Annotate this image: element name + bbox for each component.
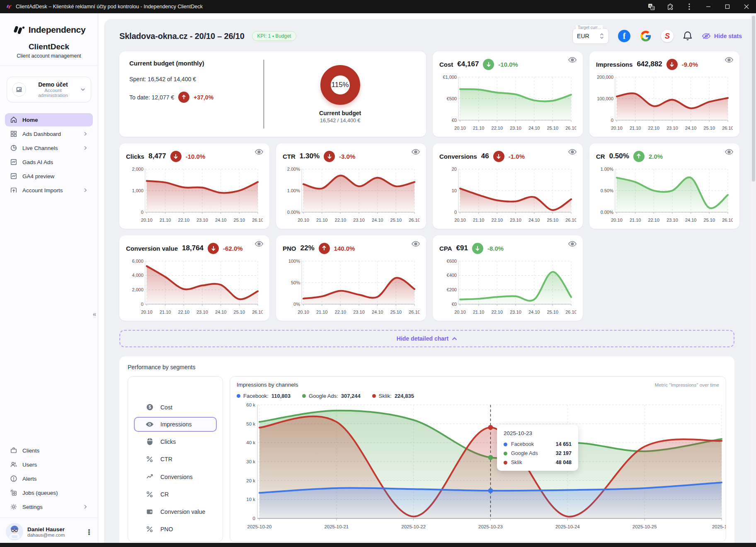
stat-visibility-toggle-icon[interactable] <box>411 148 420 155</box>
stat-visibility-toggle-icon[interactable] <box>568 56 577 63</box>
stat-visibility-toggle-icon[interactable] <box>254 148 264 155</box>
window-title: ClientAdDesk – Klientské reklamní účty p… <box>16 4 203 10</box>
sidebar-item-clients[interactable]: Clients <box>5 444 93 457</box>
close-button[interactable] <box>737 0 756 13</box>
legend-item-sklik[interactable]: Sklik:224,835 <box>372 393 414 399</box>
svg-text:22.10: 22.10 <box>648 126 660 131</box>
sidebar-item-ga4-preview[interactable]: GA4 preview <box>5 169 93 183</box>
percent-icon <box>145 525 154 533</box>
metric-label: Clicks <box>160 438 176 445</box>
arrow-down-badge-icon <box>666 59 678 70</box>
stat-visibility-toggle-icon[interactable] <box>568 240 577 247</box>
svg-text:20.10: 20.10 <box>298 310 309 315</box>
svg-text:€0: €0 <box>452 118 457 123</box>
metric-item-cost[interactable]: $Cost <box>134 399 217 415</box>
account-selector[interactable]: Demo účet Account administration <box>7 77 91 102</box>
svg-text:25.10: 25.10 <box>234 218 245 223</box>
chart-legend: Facebook:110,803Google Ads:307,244Sklik:… <box>237 393 719 399</box>
stat-title: Cost <box>439 61 453 68</box>
sidebar-item-users[interactable]: Users <box>5 458 93 471</box>
sklik-icon[interactable]: S <box>661 30 674 42</box>
currency-value: EUR <box>577 33 599 39</box>
extensions-icon[interactable] <box>661 0 680 13</box>
svg-text:25.10: 25.10 <box>547 218 559 223</box>
notifications-bell-icon[interactable] <box>683 31 693 41</box>
svg-text:0.00%: 0.00% <box>601 210 613 215</box>
sidebar-item-account-imports[interactable]: Account Imports <box>5 184 93 197</box>
metric-item-impressions[interactable]: Impressions <box>134 417 217 432</box>
metric-item-cr[interactable]: CR <box>134 486 217 502</box>
budget-donut-title: Current budget <box>319 110 361 116</box>
metric-item-pno[interactable]: PNO <box>134 521 217 537</box>
stat-card-cpa: CPA €91 -8.0% €600€400€200€020.1021.1022… <box>433 235 583 321</box>
svg-text:24.10: 24.10 <box>372 310 383 315</box>
svg-text:20.10: 20.10 <box>454 218 466 223</box>
sidebar: Independency ClientDeck Client account m… <box>0 13 98 547</box>
stat-visibility-toggle-icon[interactable] <box>411 240 420 247</box>
user-menu-icon[interactable]: ••• <box>86 529 92 535</box>
sidebar-collapse-button[interactable]: « <box>93 310 96 317</box>
svg-text:26.10: 26.10 <box>252 218 263 223</box>
svg-text:24.10: 24.10 <box>215 310 227 315</box>
sidebar-item-live-channels[interactable]: Live Channels <box>5 141 93 155</box>
hide-detailed-chart-button[interactable]: Hide detailed chart <box>119 330 734 347</box>
legend-item-google-ads[interactable]: Google Ads:307,244 <box>302 393 361 399</box>
hide-stats-button[interactable]: Hide stats <box>702 32 742 40</box>
stat-visibility-toggle-icon[interactable] <box>724 148 734 155</box>
vertical-scrollbar[interactable] <box>751 13 756 543</box>
stat-value: €91 <box>456 244 468 252</box>
channels-area-chart: 60 k50 k40 k30 k20 k10 k02025-10-202025-… <box>237 402 719 533</box>
budget-title: Current budget (monthly) <box>129 60 255 67</box>
stat-visibility-toggle-icon[interactable] <box>568 148 577 155</box>
sidebar-item-jobs-queues[interactable]: Jobs (queues) <box>5 486 93 499</box>
laptop-icon <box>12 82 26 97</box>
content-area: Skladova-okna.cz - 20/10 – 26/10 KPI: 1 … <box>104 19 756 547</box>
svg-text:21.10: 21.10 <box>316 218 328 223</box>
translate-icon[interactable]: G文 <box>642 0 661 13</box>
legend-item-facebook[interactable]: Facebook:110,803 <box>237 393 291 399</box>
stat-delta: 140.0% <box>334 245 355 252</box>
svg-text:23.10: 23.10 <box>510 310 521 315</box>
legend-dot-icon <box>237 394 240 398</box>
svg-text:26.10: 26.10 <box>409 218 419 223</box>
google-icon[interactable] <box>640 30 652 42</box>
sidebar-item-ads-dashboard[interactable]: Ads Dashboard <box>5 127 93 140</box>
svg-text:100,000: 100,000 <box>597 96 613 101</box>
minimize-button[interactable] <box>699 0 718 13</box>
sidebar-item-home[interactable]: Home <box>5 113 93 126</box>
main-area: Skladova-okna.cz - 20/10 – 26/10 KPI: 1 … <box>98 13 756 547</box>
stat-visibility-toggle-icon[interactable] <box>724 56 734 63</box>
sidebar-item-settings[interactable]: Settings <box>5 500 93 513</box>
sparkline-chart: 2,0001,000020.1021.1022.1023.1024.1025.1… <box>126 163 263 226</box>
scrollbar-thumb[interactable] <box>752 16 755 182</box>
sidebar-item-gads-ai-ads[interactable]: Gads AI Ads <box>5 155 93 169</box>
browser-menu-icon[interactable] <box>680 0 699 13</box>
svg-text:20 k: 20 k <box>246 478 255 483</box>
sparkline-chart: 6,0004,0002,000020.1021.1022.1023.1024.1… <box>126 255 263 318</box>
sidebar-item-label: Live Channels <box>22 145 78 151</box>
metric-item-ctr[interactable]: CTR <box>134 451 217 467</box>
metric-item-conversions[interactable]: Conversions <box>134 469 217 485</box>
target-currency-select[interactable]: Target curr... EUR <box>572 28 609 44</box>
chevron-right-icon <box>83 131 88 136</box>
svg-text:25.10: 25.10 <box>234 310 245 315</box>
svg-text:23.10: 23.10 <box>510 218 521 223</box>
metric-item-conversion-value[interactable]: Conversion value <box>134 504 217 520</box>
svg-text:22.10: 22.10 <box>335 218 346 223</box>
sidebar-item-label: Account Imports <box>22 187 78 194</box>
stat-delta: -3.0% <box>339 153 355 160</box>
stat-visibility-toggle-icon[interactable] <box>254 240 264 247</box>
svg-text:20.10: 20.10 <box>611 126 623 131</box>
svg-text:24.10: 24.10 <box>372 218 383 223</box>
budget-card: Current budget (monthly) Spent: 16,542 o… <box>119 51 426 137</box>
maximize-button[interactable] <box>718 0 737 13</box>
sidebar-item-alerts[interactable]: Alerts <box>5 472 93 485</box>
svg-text:2025-10-: 2025-10- <box>712 524 726 529</box>
pie-icon <box>10 144 17 152</box>
metric-item-clicks[interactable]: Clicks <box>134 433 217 450</box>
account-name: Demo účet <box>30 81 76 88</box>
stat-card-impressions: Impressions 642,882 -9.0% 200,000100,000… <box>589 51 739 137</box>
facebook-icon[interactable]: f <box>618 30 630 42</box>
svg-text:2,000: 2,000 <box>132 167 143 172</box>
svg-text:2.00%: 2.00% <box>287 167 300 172</box>
